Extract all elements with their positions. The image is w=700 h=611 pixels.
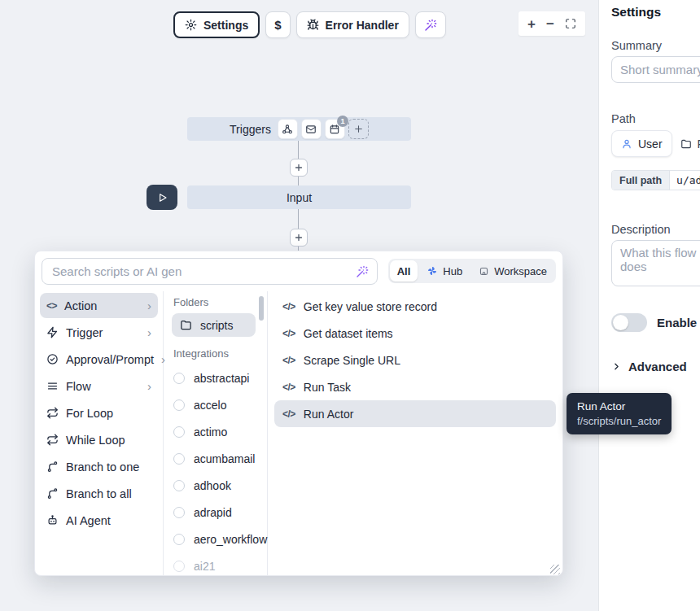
- settings-button[interactable]: Settings: [173, 11, 260, 38]
- integration-item[interactable]: actimo: [172, 418, 256, 445]
- run-flow-button[interactable]: [147, 185, 177, 210]
- integration-item[interactable]: ai21: [172, 552, 256, 576]
- folder-item-scripts[interactable]: scripts: [172, 313, 256, 337]
- repeat-icon: [46, 434, 59, 446]
- advanced-section-toggle[interactable]: Advanced: [611, 360, 687, 373]
- integration-label: acumbamail: [194, 452, 255, 465]
- sidebar-item-label: While Loop: [66, 434, 125, 447]
- ai-generate-icon[interactable]: [356, 265, 369, 278]
- integration-logo-icon: [173, 480, 185, 491]
- picker-header: All Hub Workspace: [35, 251, 562, 291]
- filter-all[interactable]: All: [390, 260, 418, 281]
- filter-hub-label: Hub: [443, 265, 462, 277]
- integration-label: actimo: [194, 426, 227, 439]
- script-item[interactable]: </> Run Task: [274, 373, 556, 400]
- add-trigger-chip[interactable]: [348, 119, 369, 139]
- path-owner-toggle: User Folder: [611, 130, 700, 157]
- integration-item[interactable]: adhook: [172, 472, 256, 499]
- settings-panel-title: Settings: [611, 5, 661, 20]
- enable-toggle[interactable]: [611, 313, 647, 332]
- triggers-node[interactable]: Triggers 1: [187, 117, 411, 141]
- sidebar-item-label: Approval/Prompt: [66, 353, 154, 366]
- integration-label: abstractapi: [194, 372, 249, 385]
- repeat-icon: [46, 407, 59, 419]
- integrations-header: Integrations: [173, 347, 256, 360]
- sidebar-item-flow[interactable]: Flow ›: [40, 373, 158, 399]
- path-user-option[interactable]: User: [611, 130, 672, 157]
- description-textarea[interactable]: [611, 240, 700, 286]
- sidebar-item-label: Branch to all: [66, 487, 132, 500]
- integration-label: accelo: [194, 399, 226, 412]
- settings-button-label: Settings: [203, 19, 248, 32]
- chevron-right-icon: [611, 361, 622, 372]
- full-path-row: Full path u/admin: [611, 170, 700, 190]
- dollar-icon: $: [274, 18, 281, 32]
- integration-logo-icon: [173, 534, 185, 545]
- price-button[interactable]: $: [265, 11, 290, 38]
- schedule-trigger-chip[interactable]: 1: [325, 119, 345, 139]
- webhook-trigger-chip[interactable]: [278, 119, 298, 139]
- filter-workspace[interactable]: Workspace: [471, 260, 554, 281]
- edge-line: [298, 177, 299, 185]
- code-icon: </>: [282, 408, 295, 420]
- error-handler-button[interactable]: Error Handler: [296, 11, 409, 38]
- sidebar-item-branch-all[interactable]: Branch to all: [40, 481, 158, 506]
- sidebar-item-branch-one[interactable]: Branch to one: [40, 454, 158, 479]
- input-node[interactable]: Input: [187, 185, 411, 209]
- step-kind-sidebar: <> Action › Trigger › Approval/Prompt › …: [35, 291, 164, 576]
- integration-item[interactable]: abstractapi: [172, 364, 256, 391]
- sidebar-item-trigger[interactable]: Trigger ›: [40, 320, 158, 345]
- folders-integrations-column: Folders scripts Integrations abstractapi…: [164, 291, 268, 576]
- script-item-run-actor[interactable]: </> Run Actor: [274, 400, 556, 427]
- flow-editor: Settings $ Error Handler + − Triggers: [0, 0, 700, 611]
- zoom-out-icon[interactable]: −: [546, 17, 554, 31]
- ai-wand-button[interactable]: [415, 11, 446, 38]
- script-item[interactable]: </> Scrape Single URL: [274, 347, 556, 373]
- zoom-in-icon[interactable]: +: [527, 17, 536, 31]
- branch-icon: [46, 460, 59, 473]
- search-input[interactable]: [42, 258, 378, 285]
- full-path-value[interactable]: u/admin: [670, 171, 700, 190]
- sidebar-item-label: Action: [64, 299, 97, 312]
- modal-resize-handle[interactable]: [550, 565, 560, 574]
- filter-hub[interactable]: Hub: [419, 260, 470, 281]
- sidebar-item-action[interactable]: <> Action ›: [40, 293, 158, 318]
- path-folder-option[interactable]: Folder: [680, 130, 700, 157]
- integration-label: aero_workflow: [194, 533, 267, 546]
- fit-view-icon[interactable]: [565, 18, 576, 29]
- insert-step-button-bottom[interactable]: [290, 229, 308, 247]
- integration-item[interactable]: aero_workflow: [172, 526, 256, 552]
- integration-item[interactable]: accelo: [172, 391, 256, 418]
- sidebar-item-label: For Loop: [66, 407, 113, 420]
- bug-icon: [307, 19, 319, 31]
- integration-logo-icon: [173, 426, 185, 438]
- full-path-label: Full path: [612, 171, 670, 190]
- sidebar-item-while-loop[interactable]: While Loop: [40, 427, 158, 452]
- script-item[interactable]: </> Get key value store record: [274, 293, 556, 320]
- sidebar-item-approval[interactable]: Approval/Prompt ›: [40, 347, 158, 372]
- code-icon: </>: [282, 382, 295, 393]
- sidebar-item-for-loop[interactable]: For Loop: [40, 400, 158, 426]
- sidebar-item-ai-agent[interactable]: AI Agent: [40, 508, 158, 533]
- path-label: Path: [611, 112, 636, 125]
- script-item-label: Run Task: [304, 381, 351, 394]
- script-item[interactable]: </> Get dataset items: [274, 320, 556, 347]
- summary-label: Summary: [611, 39, 662, 52]
- summary-input[interactable]: [611, 56, 700, 83]
- trigger-chips: 1: [278, 119, 369, 139]
- chevron-right-icon: ›: [147, 299, 151, 312]
- filter-workspace-label: Workspace: [494, 265, 547, 277]
- script-item-label: Get key value store record: [304, 300, 437, 313]
- scrollbar-thumb[interactable]: [259, 296, 264, 321]
- advanced-label: Advanced: [628, 360, 687, 373]
- play-icon: [155, 191, 168, 204]
- script-tooltip: Run Actor f/scripts/run_actor: [567, 393, 672, 434]
- integration-label: adrapid: [194, 506, 232, 519]
- email-trigger-chip[interactable]: [301, 119, 322, 139]
- integration-item[interactable]: adrapid: [172, 499, 256, 526]
- code-icon: </>: [282, 355, 295, 366]
- insert-step-button-top[interactable]: [290, 159, 308, 177]
- integration-item[interactable]: acumbamail: [172, 445, 256, 472]
- input-node-label: Input: [287, 191, 312, 204]
- sidebar-item-label: Branch to one: [66, 460, 139, 474]
